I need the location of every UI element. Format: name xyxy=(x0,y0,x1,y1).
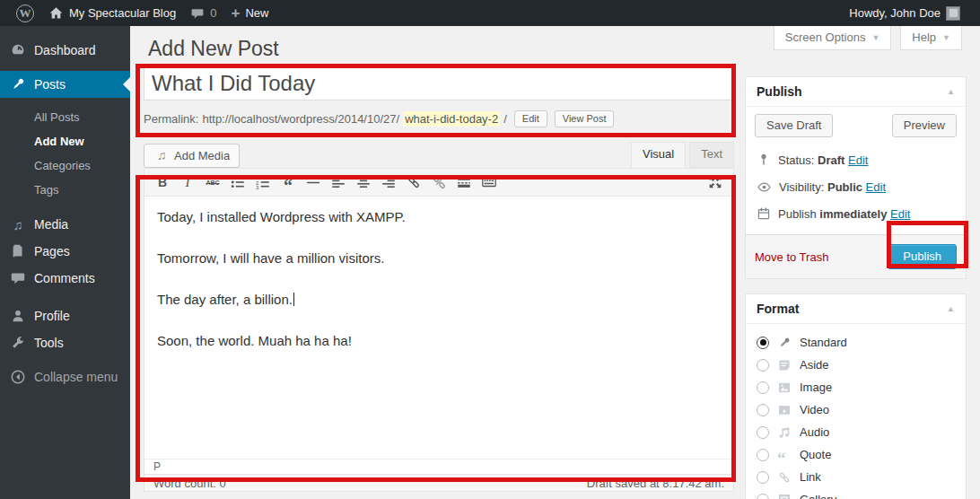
editor: B I ABC 123 “ — xyxy=(144,168,734,475)
publish-metabox-header[interactable]: Publish ▲ xyxy=(746,77,966,107)
toggle-arrow-icon[interactable]: ▲ xyxy=(947,87,955,96)
profile-icon xyxy=(10,308,26,324)
post-title-input[interactable] xyxy=(144,66,734,101)
sidebar-item-categories[interactable]: Categories xyxy=(0,153,130,178)
format-option-gallery[interactable]: Gallery xyxy=(757,488,955,499)
sidebar-item-comments[interactable]: Comments xyxy=(0,265,130,292)
remove-link-icon[interactable] xyxy=(426,171,451,193)
new-button[interactable]: + New xyxy=(223,0,276,26)
editor-paragraph: Tomorrow, I will have a million visitors… xyxy=(157,249,721,267)
format-metabox: Format ▲ Standard Aside xyxy=(745,293,967,499)
permalink-slug[interactable]: what-i-did-today-2 xyxy=(403,111,500,127)
radio-unselected[interactable] xyxy=(757,426,769,439)
format-option-audio[interactable]: Audio xyxy=(757,421,955,443)
admin-bar: W My Spectacular Blog 0 + New Howdy, Joh… xyxy=(0,0,980,26)
screen-options-button[interactable]: Screen Options▼ xyxy=(774,26,892,50)
edit-permalink-button[interactable]: Edit xyxy=(514,110,547,127)
sidebar-item-posts[interactable]: Posts xyxy=(0,71,130,98)
howdy-text: Howdy, John Doe xyxy=(849,6,941,20)
edit-status-link[interactable]: Edit xyxy=(848,153,868,167)
bold-icon[interactable]: B xyxy=(150,171,175,193)
save-draft-button[interactable]: Save Draft xyxy=(755,114,833,137)
radio-unselected[interactable] xyxy=(757,404,769,416)
tools-icon xyxy=(10,335,26,351)
publish-button[interactable]: Publish xyxy=(888,244,957,269)
word-count-value: 0 xyxy=(219,477,225,490)
wordpress-logo[interactable]: W xyxy=(9,0,41,26)
radio-unselected[interactable] xyxy=(757,449,769,461)
status-row: Status: Draft Edit xyxy=(755,146,957,173)
distraction-free-icon[interactable] xyxy=(703,171,728,193)
view-post-button[interactable]: View Post xyxy=(555,110,615,127)
comment-count: 0 xyxy=(210,6,216,20)
radio-unselected[interactable] xyxy=(757,471,769,484)
strikethrough-icon[interactable]: ABC xyxy=(200,171,225,193)
visibility-row: Visibility: Public Edit xyxy=(755,173,957,200)
schedule-value: immediately xyxy=(819,207,887,221)
pushpin-icon xyxy=(10,76,26,92)
menu-separator xyxy=(0,292,130,302)
format-option-standard[interactable]: Standard xyxy=(757,331,955,354)
sidebar-item-tools[interactable]: Tools xyxy=(0,329,130,356)
format-option-image[interactable]: Image xyxy=(757,376,955,398)
editor-paragraph: Today, I installed Wordpress with XAMPP. xyxy=(157,207,721,226)
sidebar-item-media[interactable]: ♫ Media xyxy=(0,211,130,238)
editor-paragraph: The day after, a billion. xyxy=(157,290,721,309)
format-option-quote[interactable]: “ Quote xyxy=(757,443,955,466)
schedule-row: Publish immediately Edit xyxy=(755,200,957,227)
word-count-label: Word count: xyxy=(153,477,216,490)
collapse-menu-button[interactable]: Collapse menu xyxy=(0,363,130,390)
sidebar-item-dashboard[interactable]: Dashboard xyxy=(0,37,130,64)
collapse-icon xyxy=(10,369,26,385)
admin-menu: Dashboard Posts All Posts Add New Catego… xyxy=(0,26,130,499)
align-right-icon[interactable] xyxy=(376,171,401,193)
format-option-link[interactable]: Link xyxy=(757,466,955,488)
numbered-list-icon[interactable]: 123 xyxy=(250,171,276,193)
align-left-icon[interactable] xyxy=(326,171,351,193)
italic-icon[interactable]: I xyxy=(175,171,200,193)
edit-schedule-link[interactable]: Edit xyxy=(890,207,910,221)
permalink-label: Permalink: xyxy=(144,112,198,126)
radio-unselected[interactable] xyxy=(757,494,769,499)
pushpin-icon xyxy=(777,336,792,350)
format-option-video[interactable]: Video xyxy=(757,398,955,421)
sidebar-item-profile[interactable]: Profile xyxy=(0,302,130,329)
sidebar-item-all-posts[interactable]: All Posts xyxy=(0,105,130,129)
image-icon xyxy=(777,381,792,395)
sidebar-item-tags[interactable]: Tags xyxy=(0,178,130,202)
bulleted-list-icon[interactable] xyxy=(225,171,250,193)
horizontal-rule-icon[interactable]: — xyxy=(301,171,326,193)
format-metabox-header[interactable]: Format ▲ xyxy=(746,294,966,324)
radio-selected[interactable] xyxy=(757,337,769,349)
site-name: My Spectacular Blog xyxy=(69,6,176,20)
permalink-row: Permalink: http://localhost/wordpress/20… xyxy=(144,108,734,129)
posts-submenu: All Posts Add New Categories Tags xyxy=(0,98,130,211)
toolbar-toggle-icon[interactable] xyxy=(477,171,502,193)
publish-metabox: Publish ▲ Save Draft Preview Status: Dra… xyxy=(745,76,967,279)
plus-icon: + xyxy=(231,5,240,21)
comments-bubble[interactable]: 0 xyxy=(183,0,223,26)
help-button[interactable]: Help▼ xyxy=(900,26,962,50)
site-name-link[interactable]: My Spectacular Blog xyxy=(41,0,183,26)
home-icon xyxy=(48,5,64,21)
visibility-value: Public xyxy=(827,180,862,194)
sidebar-item-add-new[interactable]: Add New xyxy=(0,129,130,153)
insert-link-icon[interactable] xyxy=(401,171,426,193)
radio-unselected[interactable] xyxy=(757,359,769,372)
move-to-trash-link[interactable]: Move to Trash xyxy=(755,250,828,264)
radio-unselected[interactable] xyxy=(757,381,769,394)
tab-visual[interactable]: Visual xyxy=(631,142,686,168)
add-media-button[interactable]: ♫ Add Media xyxy=(144,144,240,168)
edit-visibility-link[interactable]: Edit xyxy=(866,180,886,194)
status-value: Draft xyxy=(818,153,844,167)
blockquote-icon[interactable]: “ xyxy=(276,171,301,193)
toggle-arrow-icon[interactable]: ▲ xyxy=(947,304,955,313)
align-center-icon[interactable] xyxy=(351,171,376,193)
preview-button[interactable]: Preview xyxy=(892,114,957,137)
howdy-account-link[interactable]: Howdy, John Doe xyxy=(842,0,967,26)
more-tag-icon[interactable] xyxy=(451,171,477,193)
tab-text[interactable]: Text xyxy=(689,142,734,168)
format-option-aside[interactable]: Aside xyxy=(757,354,955,376)
sidebar-item-pages[interactable]: Pages xyxy=(0,238,130,265)
editor-content-area[interactable]: Today, I installed Wordpress with XAMPP.… xyxy=(144,197,733,459)
